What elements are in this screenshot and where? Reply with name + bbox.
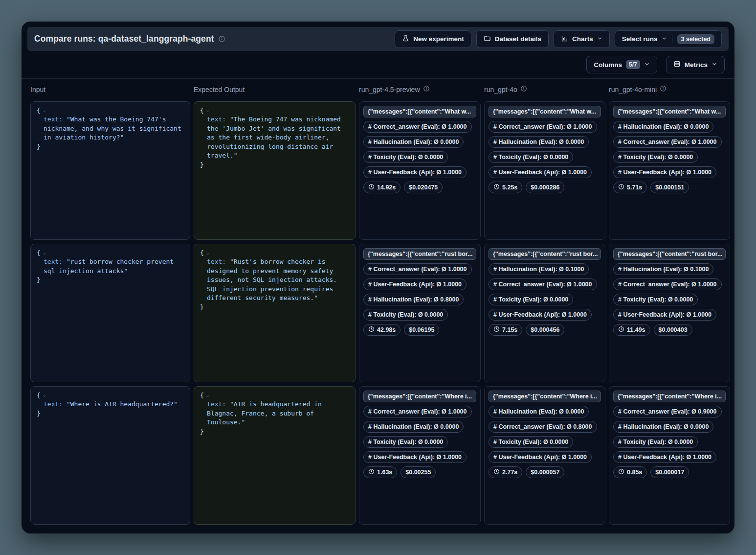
metric-chip[interactable]: # Correct_answer (Eval): Ø 1.0000 bbox=[613, 136, 722, 148]
output-preview-chip[interactable]: {"messages":[{"content":"Where i... bbox=[613, 391, 726, 402]
latency-chip[interactable]: 0.85s bbox=[613, 466, 647, 478]
expected-output-cell[interactable]: {⌄ text: "ATR is headquartered in Blagna… bbox=[194, 386, 356, 525]
cost-chip[interactable]: $0.000151 bbox=[650, 182, 689, 193]
collapse-chevron-icon[interactable]: ⌄ bbox=[43, 107, 46, 113]
output-preview-chip[interactable]: {"messages":[{"content":"What w... bbox=[489, 106, 601, 117]
metric-chip[interactable]: # User-Feedback (Api): Ø 1.0000 bbox=[363, 278, 467, 290]
collapse-chevron-icon[interactable]: ⌄ bbox=[206, 250, 209, 255]
metric-chip[interactable]: # Hallucination (Eval): Ø 0.8000 bbox=[363, 294, 464, 305]
metric-chip[interactable]: # User-Feedback (Api): Ø 1.0000 bbox=[613, 309, 716, 321]
column-header-run-gpt-4o: run_gpt-4o bbox=[484, 85, 605, 93]
info-icon[interactable] bbox=[423, 85, 430, 93]
metric-chip[interactable]: # Hallucination (Eval): Ø 0.0000 bbox=[489, 136, 589, 148]
cost-chip[interactable]: $0.000456 bbox=[526, 324, 564, 336]
metric-chip[interactable]: # Hallucination (Eval): Ø 0.0000 bbox=[613, 121, 713, 133]
metric-chip[interactable]: # Toxicity (Eval): Ø 0.0000 bbox=[613, 294, 698, 305]
run-output-cell[interactable]: {"messages":[{"content":"rust bor... # H… bbox=[609, 244, 730, 382]
clock-icon bbox=[618, 326, 624, 334]
metric-chip[interactable]: # Hallucination (Eval): Ø 0.0000 bbox=[363, 136, 464, 148]
metric-chip[interactable]: # User-Feedback (Api): Ø 1.0000 bbox=[363, 166, 467, 178]
cost-chip[interactable]: $0.000286 bbox=[526, 182, 564, 193]
run-output-cell[interactable]: {"messages":[{"content":"What w... # Cor… bbox=[359, 101, 481, 240]
metric-chip[interactable]: # Toxicity (Eval): Ø 0.0000 bbox=[613, 436, 698, 448]
output-preview-chip[interactable]: {"messages":[{"content":"rust bor... bbox=[489, 248, 601, 260]
column-header-input: Input bbox=[30, 85, 190, 93]
metric-chip[interactable]: # Hallucination (Eval): Ø 0.0000 bbox=[613, 421, 713, 433]
metric-chip[interactable]: # Hallucination (Eval): Ø 0.0000 bbox=[363, 421, 464, 433]
metric-chip[interactable]: # Correct_answer (Eval): Ø 0.8000 bbox=[489, 421, 597, 433]
output-preview-chip[interactable]: {"messages":[{"content":"rust bor... bbox=[363, 248, 476, 260]
latency-chip[interactable]: 5.71s bbox=[613, 182, 647, 193]
info-icon[interactable] bbox=[520, 85, 527, 93]
selected-count-badge: 3 selected bbox=[677, 34, 714, 44]
dataset-details-button[interactable]: Dataset details bbox=[476, 30, 549, 48]
metric-chip[interactable]: # Toxicity (Eval): Ø 0.0000 bbox=[363, 436, 448, 448]
output-preview-chip[interactable]: {"messages":[{"content":"Where i... bbox=[489, 391, 601, 402]
select-runs-button[interactable]: Select runs 3 selected bbox=[615, 30, 722, 48]
metric-chip[interactable]: # Correct_answer (Eval): Ø 1.0000 bbox=[363, 406, 472, 417]
cost-chip[interactable]: $0.000057 bbox=[526, 466, 564, 478]
new-experiment-button[interactable]: New experiment bbox=[395, 30, 471, 48]
columns-button[interactable]: Columns 5/7 bbox=[586, 56, 657, 73]
metric-chip[interactable]: # Correct_answer (Eval): Ø 1.0000 bbox=[613, 278, 722, 290]
expected-output-cell[interactable]: {⌄ text: "Rust's borrow checker is desig… bbox=[194, 244, 356, 382]
collapse-chevron-icon[interactable]: ⌄ bbox=[43, 250, 46, 255]
cost-chip[interactable]: $0.06195 bbox=[404, 324, 439, 336]
column-header-expected-output: Expected Output bbox=[194, 85, 356, 93]
latency-chip[interactable]: 14.92s bbox=[363, 182, 400, 193]
collapse-chevron-icon[interactable]: ⌄ bbox=[43, 392, 46, 397]
output-preview-chip[interactable]: {"messages":[{"content":"What w... bbox=[613, 106, 726, 117]
run-output-cell[interactable]: {"messages":[{"content":"rust bor... # C… bbox=[359, 244, 481, 382]
metric-chip[interactable]: # Hallucination (Eval): Ø 0.1000 bbox=[613, 263, 713, 275]
cost-chip[interactable]: $0.020475 bbox=[404, 182, 443, 193]
input-cell[interactable]: {⌄ text: "rust borrow checker prevent sq… bbox=[30, 244, 190, 382]
output-preview-chip[interactable]: {"messages":[{"content":"Where i... bbox=[363, 391, 476, 402]
cost-chip[interactable]: $0.000403 bbox=[654, 324, 692, 336]
metric-chip[interactable]: # User-Feedback (Api): Ø 1.0000 bbox=[489, 451, 592, 463]
metric-chip[interactable]: # Correct_answer (Eval): Ø 1.0000 bbox=[363, 121, 472, 133]
json-viewer: {⌄ text: "ATR is headquartered in Blagna… bbox=[194, 387, 355, 440]
metric-chip[interactable]: # Toxicity (Eval): Ø 0.0000 bbox=[613, 151, 698, 163]
run-output-cell[interactable]: {"messages":[{"content":"Where i... # Co… bbox=[609, 386, 730, 525]
latency-chip[interactable]: 2.77s bbox=[489, 466, 522, 478]
output-preview-chip[interactable]: {"messages":[{"content":"What w... bbox=[363, 106, 476, 117]
latency-chip[interactable]: 7.15s bbox=[489, 324, 522, 336]
metric-chip[interactable]: # Correct_answer (Eval): Ø 1.0000 bbox=[489, 121, 597, 133]
metric-chip[interactable]: # Correct_answer (Eval): Ø 1.0000 bbox=[363, 263, 472, 275]
input-cell[interactable]: {⌄ text: "What was the Boeing 747's nick… bbox=[30, 101, 190, 240]
metric-chip[interactable]: # Hallucination (Eval): Ø 0.0000 bbox=[489, 406, 589, 417]
metric-chip[interactable]: # Toxicity (Eval): Ø 0.0000 bbox=[489, 151, 573, 163]
latency-chip[interactable]: 11.49s bbox=[613, 324, 650, 336]
metric-chip[interactable]: # Correct_answer (Eval): Ø 1.0000 bbox=[489, 278, 597, 290]
latency-chip[interactable]: 5.25s bbox=[489, 182, 522, 193]
metrics-button[interactable]: Metrics bbox=[666, 56, 725, 73]
latency-chip[interactable]: 1.63s bbox=[363, 466, 397, 478]
latency-chip[interactable]: 42.98s bbox=[363, 324, 400, 336]
metric-chip[interactable]: # Toxicity (Eval): Ø 0.0000 bbox=[489, 294, 573, 305]
cost-chip[interactable]: $0.000017 bbox=[650, 466, 689, 478]
run-output-cell[interactable]: {"messages":[{"content":"Where i... # Co… bbox=[359, 386, 481, 525]
output-preview-chip[interactable]: {"messages":[{"content":"rust bor... bbox=[613, 248, 726, 260]
metric-chip[interactable]: # Correct_answer (Eval): Ø 0.9000 bbox=[613, 406, 722, 417]
input-cell[interactable]: {⌄ text: "Where is ATR headquartered?" } bbox=[30, 386, 190, 525]
expected-output-cell[interactable]: {⌄ text: "The Boeing 747 was nicknamed t… bbox=[194, 101, 356, 240]
metric-chip[interactable]: # User-Feedback (Api): Ø 1.0000 bbox=[489, 166, 592, 178]
title-info-icon[interactable] bbox=[218, 35, 225, 43]
metric-chip[interactable]: # Toxicity (Eval): Ø 0.0000 bbox=[363, 309, 448, 321]
collapse-chevron-icon[interactable]: ⌄ bbox=[206, 107, 209, 113]
run-output-cell[interactable]: {"messages":[{"content":"What w... # Cor… bbox=[484, 101, 605, 240]
charts-button[interactable]: Charts bbox=[554, 30, 610, 48]
metric-chip[interactable]: # User-Feedback (Api): Ø 1.0000 bbox=[613, 451, 716, 463]
metric-chip[interactable]: # User-Feedback (Api): Ø 1.0000 bbox=[613, 166, 716, 178]
run-output-cell[interactable]: {"messages":[{"content":"rust bor... # H… bbox=[484, 244, 605, 382]
info-icon[interactable] bbox=[660, 85, 667, 93]
metric-chip[interactable]: # User-Feedback (Api): Ø 1.0000 bbox=[489, 309, 592, 321]
metric-chip[interactable]: # Toxicity (Eval): Ø 0.0000 bbox=[363, 151, 448, 163]
cost-chip[interactable]: $0.00255 bbox=[400, 466, 436, 478]
collapse-chevron-icon[interactable]: ⌄ bbox=[206, 392, 209, 397]
metric-chip[interactable]: # Hallucination (Eval): Ø 0.1000 bbox=[489, 263, 589, 275]
run-output-cell[interactable]: {"messages":[{"content":"What w... # Hal… bbox=[609, 101, 730, 240]
metric-chip[interactable]: # User-Feedback (Api): Ø 1.0000 bbox=[363, 451, 467, 463]
metric-chip[interactable]: # Toxicity (Eval): Ø 0.0000 bbox=[489, 436, 573, 448]
run-output-cell[interactable]: {"messages":[{"content":"Where i... # Ha… bbox=[484, 386, 605, 525]
